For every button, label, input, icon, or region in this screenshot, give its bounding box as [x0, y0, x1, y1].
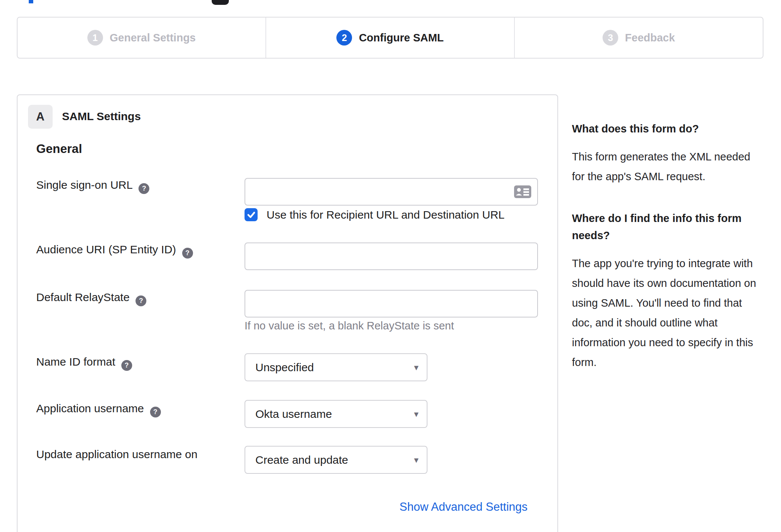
section-a-badge: A: [28, 105, 53, 129]
nameid-format-label: Name ID format?: [36, 356, 132, 371]
relaystate-label-text: Default RelayState: [36, 291, 130, 303]
sso-url-label: Single sign-on URL?: [36, 179, 149, 194]
nameid-format-help-icon[interactable]: ?: [121, 360, 132, 371]
step-3-circle: 3: [603, 30, 618, 46]
step-3-number: 3: [608, 32, 613, 43]
audience-uri-label-text: Audience URI (SP Entity ID): [36, 243, 176, 256]
checkmark-icon: [247, 210, 256, 219]
app-username-label-text: Application username: [36, 402, 144, 414]
saml-settings-panel: A SAML Settings General Single sign-on U…: [17, 94, 558, 532]
audience-uri-label: Audience URI (SP Entity ID)?: [36, 243, 193, 259]
app-username-label: Application username?: [36, 402, 161, 417]
sso-url-label-text: Single sign-on URL: [36, 179, 133, 191]
sidebar-body-what: This form generates the XML needed for t…: [572, 147, 763, 187]
step-1-number: 1: [93, 32, 98, 43]
update-username-label: Update application username on: [36, 448, 197, 461]
general-section-heading: General: [36, 142, 82, 156]
update-username-select[interactable]: Create and update ▾: [245, 446, 427, 474]
step-3-label: Feedback: [625, 32, 675, 44]
audience-uri-input-wrap: [245, 242, 538, 270]
update-username-label-text: Update application username on: [36, 448, 197, 460]
audience-uri-help-icon[interactable]: ?: [182, 248, 193, 259]
recipient-url-checkbox-row: Use this for Recipient URL and Destinati…: [245, 208, 505, 221]
step-1-label: General Settings: [110, 32, 196, 44]
step-2-number: 2: [342, 32, 347, 43]
page: 1 General Settings 2 Configure SAML 3 Fe…: [0, 0, 781, 532]
relaystate-helper-text: If no value is set, a blank RelayState i…: [245, 320, 454, 332]
app-username-help-icon[interactable]: ?: [150, 407, 161, 417]
step-general-settings[interactable]: 1 General Settings: [18, 18, 266, 58]
step-2-label: Configure SAML: [359, 32, 444, 44]
sso-url-input[interactable]: [245, 178, 538, 206]
update-username-value: Create and update: [255, 454, 348, 466]
sidebar-body-where: The app you're trying to integrate with …: [572, 254, 763, 372]
chevron-down-icon: ▾: [414, 409, 418, 419]
step-2-circle: 2: [336, 30, 352, 46]
nameid-format-value: Unspecified: [255, 361, 314, 374]
recipient-url-checkbox[interactable]: [245, 208, 258, 221]
step-configure-saml[interactable]: 2 Configure SAML: [266, 18, 515, 58]
app-username-value: Okta username: [255, 408, 332, 420]
sso-url-input-wrap: [245, 178, 538, 206]
autofill-contact-card-icon[interactable]: [514, 185, 531, 198]
step-feedback[interactable]: 3 Feedback: [515, 18, 763, 58]
show-advanced-settings-link[interactable]: Show Advanced Settings: [399, 500, 528, 514]
relaystate-input[interactable]: [245, 290, 538, 317]
panel-title: SAML Settings: [62, 110, 141, 123]
clipped-top-fragment-blue: [29, 0, 33, 3]
app-username-select[interactable]: Okta username ▾: [245, 400, 427, 428]
nameid-format-select[interactable]: Unspecified ▾: [245, 353, 427, 381]
wizard-stepper: 1 General Settings 2 Configure SAML 3 Fe…: [17, 17, 763, 59]
clipped-top-fragment-dark: [212, 0, 229, 5]
sidebar-heading-what: What does this form do?: [572, 120, 763, 137]
relaystate-help-icon[interactable]: ?: [136, 295, 146, 306]
chevron-down-icon: ▾: [414, 455, 418, 465]
step-1-circle: 1: [87, 30, 103, 46]
chevron-down-icon: ▾: [414, 362, 418, 373]
help-sidebar: What does this form do? This form genera…: [572, 120, 763, 395]
relaystate-input-wrap: [245, 290, 538, 317]
sso-url-help-icon[interactable]: ?: [139, 183, 149, 194]
audience-uri-input[interactable]: [245, 242, 538, 270]
sidebar-heading-where: Where do I find the info this form needs…: [572, 210, 763, 244]
recipient-url-checkbox-label: Use this for Recipient URL and Destinati…: [267, 209, 505, 221]
relaystate-label: Default RelayState?: [36, 291, 146, 306]
nameid-format-label-text: Name ID format: [36, 356, 115, 368]
